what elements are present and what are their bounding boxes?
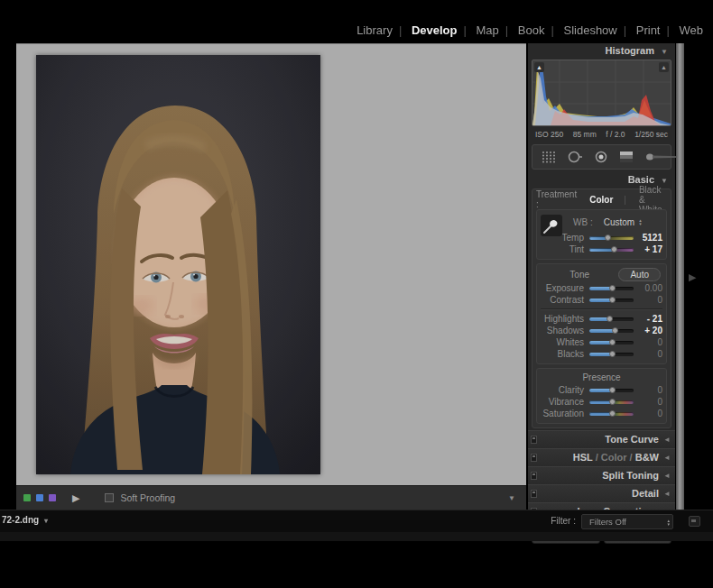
exposure-slider-knob[interactable] — [609, 285, 616, 291]
white-balance-box: WB : Custom ▴▾ Temp 5121 — [536, 209, 667, 260]
tab-library[interactable]: Library — [350, 23, 399, 37]
split-toning-label: Split Toning — [602, 470, 659, 481]
shadow-clipping-indicator[interactable]: ▲ — [534, 62, 544, 72]
tone-divider — [541, 308, 662, 310]
panel-tone-curve[interactable]: Tone Curve ◄ — [528, 430, 675, 448]
highlight-clipping-indicator[interactable]: ▲ — [659, 62, 669, 72]
crop-overlay-icon[interactable] — [542, 151, 556, 163]
filename-menu[interactable]: 72-2.dng ▾ — [2, 515, 48, 525]
histogram-plot — [532, 60, 671, 125]
histogram-header[interactable]: Histogram ▼ — [528, 43, 675, 59]
detail-label: Detail — [632, 488, 659, 499]
treatment-color-option[interactable]: Color — [589, 195, 613, 205]
temp-slider[interactable] — [589, 236, 634, 240]
temp-slider-knob[interactable] — [605, 234, 611, 241]
toolbar: ▶ Soft Proofing ▼ — [16, 485, 526, 510]
contrast-slider-row: Contrast 0 — [541, 295, 662, 305]
wb-eyedropper-icon[interactable] — [541, 215, 562, 236]
filmstrip-thumbnails-area[interactable] — [0, 532, 713, 541]
panel-detail[interactable]: Detail ◄ — [528, 484, 675, 502]
panel-split-toning[interactable]: Split Toning ◄ — [528, 466, 675, 484]
treatment-label: Treatment : — [536, 189, 577, 209]
vibrance-slider-knob[interactable] — [609, 399, 616, 405]
contrast-value: 0 — [634, 295, 662, 305]
exposure-value: 0.00 — [634, 283, 662, 293]
filter-value: Filters Off — [582, 517, 662, 527]
basic-title: Basic — [628, 174, 654, 185]
exif-info: ISO 250 85 mm f / 2.0 1/250 sec — [528, 128, 675, 142]
highlights-slider-knob[interactable] — [607, 316, 613, 322]
tint-slider-knob[interactable] — [611, 246, 617, 253]
color-label-swatch-blue[interactable] — [36, 494, 43, 501]
color-label-swatch-purple[interactable] — [49, 494, 56, 501]
shadows-slider[interactable] — [589, 329, 634, 333]
nav-separator: | — [463, 23, 466, 37]
filmstrip-filter-toggle-icon[interactable] — [689, 516, 700, 527]
clarity-slider[interactable] — [589, 389, 634, 392]
contrast-slider-knob[interactable] — [609, 297, 616, 303]
contrast-slider[interactable] — [589, 299, 634, 302]
clarity-slider-knob[interactable] — [609, 387, 616, 393]
bw-label[interactable]: B&W — [635, 452, 659, 463]
histogram[interactable]: ▲ ▲ — [532, 60, 671, 126]
wb-label: WB : — [573, 217, 593, 227]
whites-value: 0 — [634, 337, 662, 347]
color-label-swatch-green[interactable] — [23, 494, 31, 501]
panel-toggle-switch[interactable] — [531, 454, 537, 462]
blacks-slider-knob[interactable] — [609, 351, 616, 357]
panel-expand-arrow-icon: ◄ — [663, 449, 671, 466]
blacks-slider[interactable] — [589, 353, 634, 356]
panel-collapse-arrow[interactable]: ▶ — [689, 271, 696, 283]
blacks-value: 0 — [634, 349, 662, 359]
contrast-label: Contrast — [541, 295, 589, 305]
play-icon[interactable]: ▶ — [72, 492, 79, 504]
dropdown-arrows-icon: ▴▾ — [639, 218, 642, 225]
whites-slider-knob[interactable] — [609, 339, 616, 345]
tab-develop[interactable]: Develop — [405, 23, 464, 37]
right-panel: Histogram ▼ ▲ ▲ ISO 250 85 mm f / 2.0 — [528, 43, 675, 510]
soft-proofing-checkbox[interactable] — [105, 493, 114, 502]
panel-toggle-switch[interactable] — [531, 436, 537, 444]
shadows-slider-knob[interactable] — [612, 327, 618, 334]
color-label[interactable]: Color — [601, 452, 627, 463]
highlights-slider-row: Highlights - 21 — [541, 314, 662, 324]
panel-toggle-switch[interactable] — [531, 490, 537, 498]
shadows-value: + 20 — [634, 326, 662, 335]
tab-slideshow[interactable]: Slideshow — [557, 23, 623, 37]
red-eye-icon[interactable] — [595, 151, 607, 163]
panel-toggle-switch[interactable] — [531, 472, 537, 480]
develop-canvas — [16, 43, 526, 486]
tint-slider[interactable] — [589, 248, 634, 252]
graduated-filter-icon[interactable] — [619, 151, 634, 163]
filter-dropdown[interactable]: Filters Off ▴▾ — [581, 514, 673, 529]
tab-map[interactable]: Map — [470, 23, 505, 37]
tab-web[interactable]: Web — [673, 23, 710, 37]
highlights-slider[interactable] — [589, 317, 634, 321]
filename-text: 72-2.dng — [2, 515, 39, 525]
saturation-label: Saturation — [541, 409, 589, 418]
vibrance-slider-row: Vibrance 0 — [541, 397, 662, 407]
iso-value: ISO 250 — [535, 130, 563, 139]
nav-separator: | — [551, 23, 553, 37]
exposure-slider[interactable] — [589, 287, 634, 290]
wb-preset-value: Custom — [604, 217, 634, 227]
tone-label: Tone — [541, 270, 618, 280]
histogram-title: Histogram — [606, 45, 654, 56]
photo-canvas[interactable] — [36, 55, 320, 474]
auto-tone-button[interactable]: Auto — [618, 268, 661, 281]
spot-removal-icon[interactable] — [568, 151, 583, 163]
saturation-slider-row: Saturation 0 — [541, 409, 662, 418]
panel-scrollbar[interactable] — [676, 43, 684, 510]
saturation-slider-knob[interactable] — [609, 410, 616, 417]
hsl-label[interactable]: HSL — [573, 452, 593, 463]
wb-preset-dropdown[interactable]: Custom ▴▾ — [604, 217, 642, 227]
highlights-value: - 21 — [634, 314, 662, 324]
tab-print[interactable]: Print — [630, 23, 667, 37]
saturation-slider[interactable] — [589, 412, 634, 416]
vibrance-slider[interactable] — [589, 400, 634, 404]
whites-label: Whites — [541, 337, 589, 347]
toolbar-dropdown-icon[interactable]: ▼ — [508, 494, 519, 502]
whites-slider[interactable] — [589, 341, 634, 345]
panel-hsl[interactable]: HSL / Color / B&W ◄ — [528, 448, 675, 466]
tab-book[interactable]: Book — [512, 23, 551, 37]
